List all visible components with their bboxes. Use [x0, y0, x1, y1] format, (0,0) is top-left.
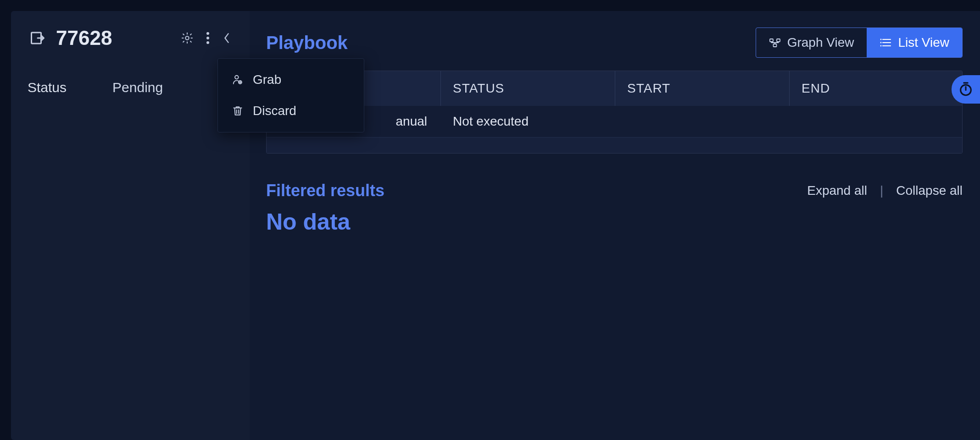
graph-view-button[interactable]: Graph View — [756, 28, 867, 57]
col-header-end: END — [790, 71, 962, 106]
filtered-results-header: Filtered results Expand all | Collapse a… — [266, 181, 963, 200]
svg-point-1 — [185, 36, 189, 39]
svg-rect-4 — [770, 39, 773, 42]
gear-icon[interactable] — [179, 30, 195, 46]
svg-point-7 — [880, 39, 882, 40]
menu-item-grab[interactable]: Grab — [218, 64, 364, 95]
collapse-sidebar-icon[interactable] — [220, 31, 233, 45]
trash-icon — [232, 105, 244, 117]
more-menu-icon[interactable] — [205, 30, 211, 46]
col-header-start: START — [615, 71, 790, 106]
cell-end — [790, 106, 962, 137]
dots-vertical-icon — [206, 32, 209, 44]
main-header: Playbook Graph View — [266, 28, 963, 58]
filtered-results-title: Filtered results — [266, 181, 384, 200]
graph-view-label: Graph View — [787, 35, 854, 50]
stopwatch-icon — [958, 82, 974, 97]
table-footer-spacer — [267, 138, 962, 153]
sidebar: 77628 — [11, 11, 250, 440]
menu-item-label: Grab — [253, 72, 281, 87]
playbook-title: Playbook — [266, 33, 348, 53]
svg-point-8 — [880, 42, 882, 44]
graph-icon — [769, 38, 781, 48]
collapse-all-link[interactable]: Collapse all — [896, 183, 963, 198]
sidebar-title-wrap: 77628 — [28, 27, 112, 50]
menu-item-discard[interactable]: Discard — [218, 95, 364, 126]
status-label: Status — [28, 80, 67, 95]
col-header-status: STATUS — [441, 71, 615, 106]
context-menu: Grab Discard — [217, 58, 364, 132]
no-data-message: No data — [266, 209, 963, 235]
table-header-row: STATUS START END — [267, 71, 962, 106]
status-row: Status Pending — [28, 80, 233, 95]
app-root: 77628 — [0, 0, 980, 440]
case-id-title: 77628 — [56, 27, 112, 50]
user-add-icon — [232, 74, 244, 86]
expand-all-link[interactable]: Expand all — [807, 183, 867, 198]
svg-rect-5 — [777, 39, 780, 42]
list-view-button[interactable]: List View — [867, 28, 962, 57]
sidebar-header: 77628 — [28, 27, 233, 50]
table-row[interactable]: anual Not executed — [267, 106, 962, 138]
svg-rect-6 — [773, 44, 776, 47]
svg-point-9 — [880, 45, 882, 47]
divider: | — [880, 183, 883, 198]
cell-start — [615, 106, 790, 137]
playbook-table: STATUS START END anual Not executed — [266, 71, 963, 154]
menu-item-label: Discard — [253, 104, 296, 118]
list-view-label: List View — [898, 35, 949, 50]
status-value: Pending — [112, 80, 163, 95]
cell-status: Not executed — [441, 106, 615, 137]
sidebar-actions — [179, 30, 233, 46]
expand-collapse-controls: Expand all | Collapse all — [807, 183, 963, 198]
back-icon[interactable] — [28, 28, 48, 48]
timer-tab-button[interactable] — [952, 75, 980, 104]
list-icon — [880, 38, 891, 48]
svg-point-2 — [235, 76, 239, 79]
view-toggle: Graph View List View — [756, 28, 963, 58]
